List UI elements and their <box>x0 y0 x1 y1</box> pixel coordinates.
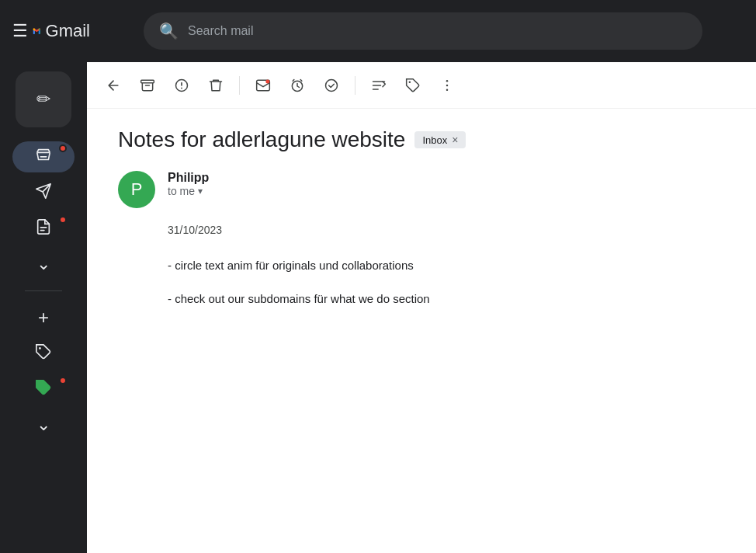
label-button[interactable] <box>399 71 427 99</box>
sidebar-item-inbox[interactable] <box>12 141 75 172</box>
report-spam-button[interactable] <box>168 71 196 99</box>
move-to-button[interactable] <box>365 71 393 99</box>
sender-name: Philipp <box>168 171 209 185</box>
left-sidebar: ✏ <box>0 62 87 553</box>
to-me-row[interactable]: to me ▾ <box>168 185 209 197</box>
mark-unread-button[interactable] <box>249 71 277 99</box>
gmail-text-label: Gmail <box>46 21 90 41</box>
label-icon-1 <box>35 343 52 364</box>
archive-button[interactable] <box>134 71 161 99</box>
drafts-icon <box>35 218 52 239</box>
svg-point-11 <box>446 89 449 91</box>
svg-point-8 <box>409 81 411 83</box>
top-bar: ☰ Gmail 🔍 <box>0 0 756 62</box>
email-body-line-2: - check out our subdomains für what we d… <box>168 288 725 309</box>
email-subject: Notes for adlerlagune website <box>118 127 405 152</box>
email-body: - circle text anim für originals und col… <box>168 255 725 309</box>
back-button[interactable] <box>99 71 127 99</box>
sidebar-item-sent[interactable] <box>12 177 75 208</box>
svg-rect-2 <box>141 80 154 82</box>
email-body-line-1: - circle text anim für originals und col… <box>168 255 725 276</box>
search-bar: 🔍 <box>144 12 702 50</box>
drafts-badge <box>59 216 67 224</box>
label-icon-2 <box>35 379 52 400</box>
hamburger-button[interactable]: ☰ <box>12 16 28 47</box>
search-input[interactable] <box>188 24 687 38</box>
toolbar-divider-2 <box>355 76 355 95</box>
search-container: 🔍 <box>144 12 702 50</box>
collapse-icon: ⌄ <box>36 415 50 435</box>
inbox-badge <box>59 144 67 152</box>
search-icon: 🔍 <box>159 22 179 40</box>
email-view: Notes for adlerlagune website Inbox × P … <box>87 62 756 553</box>
svg-point-5 <box>265 79 269 83</box>
compose-button[interactable]: ✏ <box>16 71 71 127</box>
sidebar-item-add[interactable]: + <box>12 302 75 333</box>
to-me-chevron-icon: ▾ <box>198 186 203 197</box>
more-options-button[interactable] <box>433 71 461 99</box>
delete-button[interactable] <box>202 71 230 99</box>
to-me-label: to me <box>168 185 195 197</box>
svg-point-1 <box>39 347 41 350</box>
email-toolbar <box>87 62 756 109</box>
compose-icon: ✏ <box>36 89 50 110</box>
snooze-button[interactable] <box>283 71 311 99</box>
sender-avatar: P <box>118 171 155 208</box>
svg-point-9 <box>446 79 449 82</box>
gmail-m-logo <box>33 17 41 45</box>
bottom-row: ✏ <box>0 62 756 553</box>
inbox-tag-close[interactable]: × <box>452 134 458 146</box>
email-date: 31/10/2023 <box>168 224 725 236</box>
add-icon: + <box>38 307 49 329</box>
inbox-tag: Inbox × <box>414 131 466 148</box>
sidebar-item-label1[interactable] <box>12 338 75 369</box>
add-task-button[interactable] <box>317 71 345 99</box>
sidebar-item-more[interactable]: ⌄ <box>12 249 75 280</box>
sidebar-item-collapse[interactable]: ⌄ <box>12 409 75 440</box>
inbox-icon <box>35 147 52 168</box>
sidebar-item-label2[interactable] <box>12 374 75 405</box>
email-header: P Philipp to me ▾ <box>118 171 725 208</box>
logo-area: ☰ Gmail <box>12 16 90 47</box>
svg-point-10 <box>446 84 449 86</box>
compose-btn-wrapper: ✏ <box>16 71 71 127</box>
label2-badge <box>59 377 67 384</box>
email-subject-row: Notes for adlerlagune website Inbox × <box>118 127 725 152</box>
inbox-tag-label: Inbox <box>422 134 447 146</box>
toolbar-divider-1 <box>239 76 240 95</box>
expand-more-icon: ⌄ <box>36 254 50 274</box>
sender-info: Philipp to me ▾ <box>168 171 209 197</box>
sidebar-item-drafts[interactable] <box>12 213 75 244</box>
email-content-area: Notes for adlerlagune website Inbox × P … <box>87 109 756 553</box>
sent-icon <box>35 183 52 203</box>
sidebar-divider <box>25 290 62 291</box>
avatar-letter: P <box>131 179 143 200</box>
